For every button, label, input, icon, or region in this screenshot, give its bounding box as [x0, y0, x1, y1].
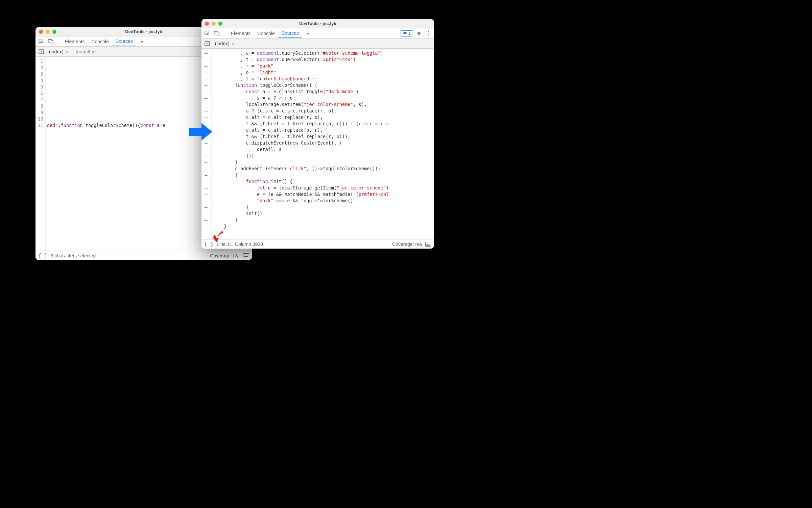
- inspect-icon[interactable]: [204, 30, 211, 37]
- minimize-icon[interactable]: [46, 30, 50, 34]
- line-gutter: ––––––––––––––––––––––––––––: [201, 49, 212, 239]
- close-tab-icon[interactable]: ×: [232, 41, 234, 46]
- pretty-print-icon[interactable]: { }: [38, 253, 47, 259]
- message-icon: [403, 31, 407, 35]
- minimize-icon[interactable]: [212, 22, 216, 26]
- red-arrow-icon: [212, 230, 226, 244]
- device-icon[interactable]: [47, 38, 54, 45]
- maximize-icon[interactable]: [52, 30, 56, 34]
- status-bar: { } Line 11, Column 3939 Coverage: n/a: [201, 239, 434, 249]
- titlebar[interactable]: DevTools - jec.fyi/: [201, 19, 434, 28]
- issues-badge[interactable]: 1: [401, 30, 413, 36]
- devtools-toolbar: Elements Console Sources » 1 ⋮: [201, 28, 434, 39]
- separator: [224, 30, 224, 36]
- tab-console[interactable]: Console: [254, 28, 278, 38]
- coverage-text: Coverage: n/a: [392, 242, 422, 247]
- file-tabbar: (index) ×: [201, 39, 434, 49]
- coverage-text: Coverage: n/a: [210, 253, 240, 258]
- navigator-toggle-icon[interactable]: [38, 48, 45, 55]
- file-tab-index[interactable]: (index) ×: [47, 47, 70, 56]
- svg-rect-6: [217, 32, 219, 36]
- status-text: 9 characters selected: [51, 253, 96, 258]
- close-tab-icon[interactable]: ×: [66, 49, 68, 54]
- window-title: DevTools - jec.fyi/: [201, 21, 434, 26]
- panel-tabs: Elements Console Sources: [62, 36, 136, 46]
- code-area[interactable]: , c = document.querySelector("#color-sch…: [212, 49, 434, 239]
- toggle-drawer-icon[interactable]: [425, 242, 431, 247]
- tab-sources[interactable]: Sources: [112, 36, 136, 46]
- more-tabs-icon[interactable]: »: [304, 30, 311, 36]
- devtools-window-right: DevTools - jec.fyi/ Elements Console Sou…: [201, 19, 434, 249]
- tab-elements[interactable]: Elements: [62, 36, 88, 46]
- maximize-icon[interactable]: [218, 22, 222, 26]
- tab-console[interactable]: Console: [88, 36, 112, 46]
- device-icon[interactable]: [213, 30, 220, 37]
- blue-arrow-icon: [189, 122, 213, 143]
- file-tab-label: :formatted: [74, 49, 96, 54]
- badge-count: 1: [408, 31, 411, 36]
- file-tab-label: (index): [215, 41, 230, 46]
- gear-icon[interactable]: [415, 30, 423, 37]
- close-icon[interactable]: [39, 30, 43, 34]
- tab-sources[interactable]: Sources: [278, 28, 302, 38]
- tab-elements[interactable]: Elements: [228, 28, 254, 38]
- line-gutter: 1234567891011: [35, 57, 46, 251]
- traffic-lights: [205, 22, 222, 26]
- more-tabs-icon[interactable]: »: [138, 39, 145, 45]
- file-tab-index[interactable]: (index) ×: [213, 39, 236, 48]
- file-tab-label: (index): [49, 49, 64, 54]
- panel-tabs: Elements Console Sources: [228, 28, 302, 38]
- toggle-drawer-icon[interactable]: [243, 253, 249, 258]
- file-tab-formatted[interactable]: :formatted: [72, 47, 98, 56]
- close-icon[interactable]: [205, 22, 209, 26]
- svg-rect-2: [51, 40, 53, 44]
- traffic-lights: [39, 30, 56, 34]
- status-bar: { } 9 characters selected Coverage: n/a: [35, 251, 252, 260]
- kebab-icon[interactable]: ⋮: [425, 30, 432, 37]
- inspect-icon[interactable]: [38, 38, 45, 45]
- navigator-toggle-icon[interactable]: [204, 40, 211, 47]
- separator: [58, 39, 58, 45]
- code-editor[interactable]: –––––––––––––––––––––––––––– , c = docum…: [201, 49, 434, 239]
